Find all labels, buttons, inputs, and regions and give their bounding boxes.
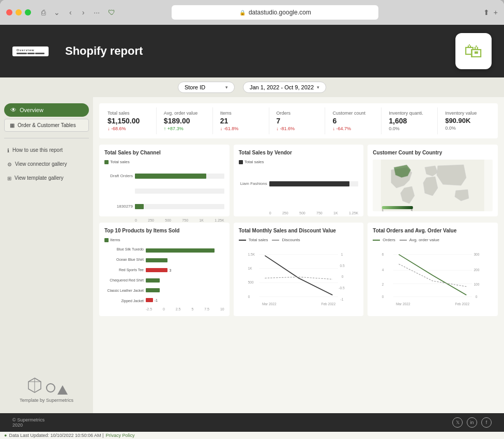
top10-products-chart: Top 10 Products by Items Sold Items Blue… [99, 223, 230, 316]
bar-track [135, 174, 224, 179]
sales-by-channel-chart: Total Sales by Channel Total sales Draft… [99, 145, 230, 216]
product-label: Blue Silk Tuxedo [104, 247, 146, 252]
kpi-change: ↑ +87.3% [164, 126, 208, 131]
orders-avg-svg: 6 4 2 0 300 200 100 0 [373, 244, 493, 306]
address-bar[interactable]: 🔒 datastudio.google.com [172, 5, 378, 20]
chart-legend: Items [104, 238, 224, 242]
kpi-items: Items 21 ↓ -61.8% [216, 107, 269, 134]
maximize-button[interactable] [25, 9, 31, 15]
orders-avg-chart: Total Orders and Avg. Order Value Orders… [368, 223, 498, 316]
browser-content: Overview Shopify report 🛍 Sto [0, 25, 504, 439]
status-dot: ● [4, 433, 7, 438]
shield-icon: 🛡 [106, 7, 117, 18]
new-tab-icon[interactable]: + [494, 8, 498, 17]
kpi-value: $1,150.00 [108, 117, 152, 125]
monthly-sales-svg: 1.5K 1K 500 0 1 0.5 0 -0.5 -1 [239, 244, 359, 306]
monthly-sales-chart: Total Monthly Sales and Discount Value T… [234, 223, 364, 316]
kpi-inventory-qty: Inventory quanti. 1,608 0.0% [385, 107, 438, 134]
view-template-link[interactable]: ⊞ View template gallery [4, 173, 89, 184]
legend-dot [239, 160, 243, 164]
twitter-icon[interactable]: 𝕏 [452, 417, 463, 428]
sales-by-vendor-chart: Total Sales by Vendor Total sales Liam F… [234, 145, 364, 216]
product-bar-row [146, 287, 224, 293]
template-icon: ⊞ [7, 175, 11, 182]
status-bar: ● Data Last Updated: 10/10/2022 10:50:06… [0, 432, 504, 439]
bar-value: -1 [155, 299, 158, 302]
bar-label: 1830279 [104, 204, 133, 209]
chevron-down-icon[interactable]: ⌄ [52, 7, 62, 18]
shopify-icon: 🛍 [464, 40, 483, 62]
share-icon[interactable]: ⬆ [483, 8, 490, 17]
minimize-button[interactable] [16, 9, 22, 15]
chart-title: Customer Count by Country [373, 150, 493, 155]
kpi-label: Inventory quanti. [389, 111, 433, 116]
product-bar-row [146, 277, 224, 284]
world-map: 1 4 [373, 160, 493, 211]
x-label: 2.5 [176, 307, 181, 311]
traffic-lights [6, 9, 31, 15]
chart-title: Total Orders and Avg. Order Value [373, 228, 493, 233]
kpi-avg-order: Avg. order value $189.00 ↑ +87.3% [160, 107, 213, 134]
x-label: 10 [220, 307, 224, 311]
legend-label: Orders [383, 238, 395, 242]
svg-text:Mar 2022: Mar 2022 [396, 302, 410, 306]
chevron-down-icon: ▾ [225, 85, 228, 90]
sidebar-toggle-icon[interactable]: ⎙ [39, 7, 48, 18]
chevron-down-icon: ▾ [317, 85, 319, 90]
legend-item: Total sales [239, 160, 264, 164]
legend-discounts: Discounts [272, 238, 300, 242]
world-map-svg: 1 4 [373, 160, 493, 211]
view-connector-link[interactable]: ⚙ View connector gallery [4, 159, 89, 170]
close-button[interactable] [6, 9, 12, 15]
product-bar-row [146, 247, 224, 254]
x-label: -2.5 [146, 307, 152, 311]
header-left: Overview Shopify report [12, 44, 143, 58]
kpi-change: ↓ -81.6% [277, 126, 321, 131]
browser-actions: ⬆ + [483, 8, 498, 17]
status-text: Data Last Updated: 10/10/2022 10:50:06 A… [9, 433, 103, 438]
store-id-label: Store ID [185, 84, 205, 90]
tick: 0 [135, 218, 137, 222]
date-range-label: Jan 1, 2022 - Oct 9, 2022 [250, 84, 314, 90]
product-label: Red Sports Tee [104, 268, 146, 272]
forward-button[interactable]: › [79, 7, 88, 18]
order-customer-nav-button[interactable]: ▦ Order & Customer Tables [4, 119, 89, 132]
bar-track [135, 189, 224, 194]
kpi-inventory-value: Inventory value $90.90K 0.0% [441, 107, 494, 134]
bar-track [135, 204, 224, 209]
privacy-policy-link[interactable]: Privacy Policy [105, 433, 134, 438]
svg-text:300: 300 [474, 253, 480, 256]
kpi-label: Avg. order value [164, 111, 208, 116]
linkedin-icon[interactable]: in [467, 417, 477, 428]
view-connector-label: View connector gallery [15, 161, 67, 168]
more-icon[interactable]: ··· [91, 7, 102, 18]
bar-value: 3 [169, 269, 171, 272]
svg-text:4: 4 [382, 268, 384, 272]
store-id-filter[interactable]: Store ID ▾ [178, 82, 235, 93]
product-label: Chequered Red Shirt [104, 278, 146, 283]
bar-label: Draft Orders [104, 174, 133, 178]
svg-text:1K: 1K [248, 266, 252, 270]
svg-text:Feb 2022: Feb 2022 [455, 302, 470, 306]
svg-text:100: 100 [474, 283, 480, 286]
product-bar-row [146, 257, 224, 263]
kpi-label: Inventory value [445, 111, 490, 116]
kpi-value: $189.00 [164, 117, 208, 125]
svg-text:-1: -1 [340, 297, 343, 301]
dashboard-footer: © Supermetrics 2020 𝕏 in f [0, 413, 504, 432]
main-content: 👁 Overview ▦ Order & Customer Tables ℹ H… [0, 97, 504, 413]
back-button[interactable]: ‹ [66, 7, 75, 18]
legend-label: Avg. order value [409, 238, 439, 242]
svg-text:0: 0 [476, 295, 478, 299]
date-range-filter[interactable]: Jan 1, 2022 - Oct 9, 2022 ▾ [243, 82, 326, 93]
svg-text:2: 2 [382, 283, 384, 286]
how-to-link[interactable]: ℹ How to use this report [4, 145, 89, 156]
overview-nav-button[interactable]: 👁 Overview [4, 103, 89, 117]
kpi-change: 0.0% [389, 126, 433, 131]
page-title: Shopify report [65, 44, 143, 58]
facebook-icon[interactable]: f [481, 417, 492, 428]
product-label: Ocean Blue Shirt [104, 258, 146, 262]
svg-text:200: 200 [474, 268, 480, 272]
eye-icon: 👁 [10, 106, 17, 114]
x-axis-labels: -2.5 0 2.5 5 7.5 10 [104, 307, 224, 311]
